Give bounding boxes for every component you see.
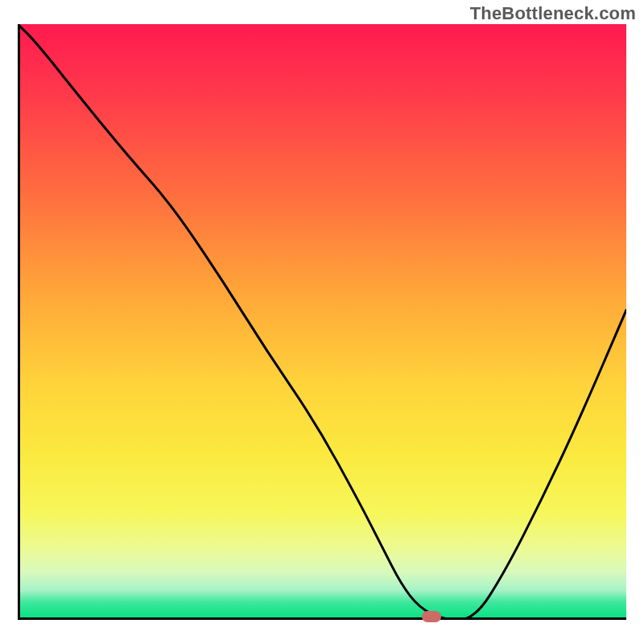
chart-container: TheBottleneck.com	[0, 0, 644, 644]
bottleneck-curve	[18, 24, 626, 620]
plot-area	[18, 24, 626, 620]
site-watermark: TheBottleneck.com	[470, 3, 636, 24]
optimal-point-marker	[422, 611, 441, 622]
